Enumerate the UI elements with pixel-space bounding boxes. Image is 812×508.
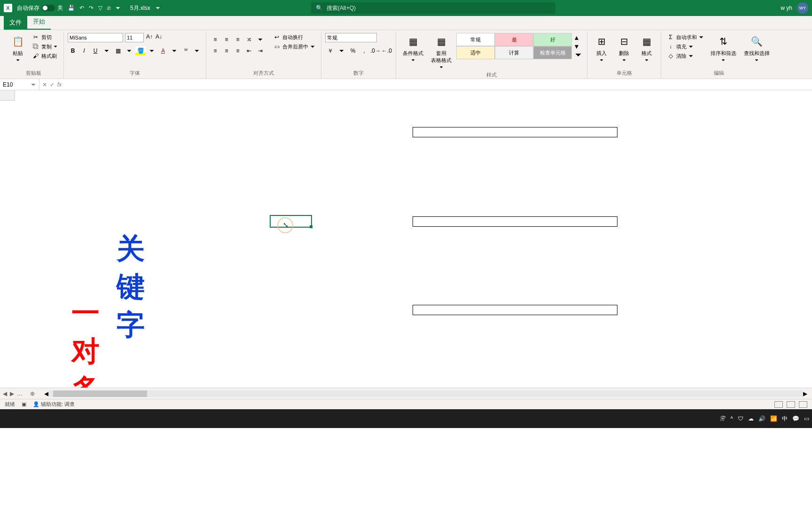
format-icon: ▦ [639,34,654,49]
comma-button[interactable]: , [359,46,369,56]
decrease-font-icon[interactable]: A↓ [155,33,163,40]
touch-icon[interactable]: ⎚ [107,5,110,11]
style-good[interactable]: 好 [533,33,572,46]
format-painter-button[interactable]: 🖌格式刷 [30,52,60,60]
style-bad[interactable]: 差 [495,33,533,46]
align-middle-button[interactable]: ≡ [221,35,232,44]
align-left-button[interactable]: ≡ [210,46,220,56]
table-format-button[interactable]: ▦套用 表格格式⏷ [428,33,454,71]
increase-font-icon[interactable]: A↑ [146,33,153,40]
add-sheet-button[interactable]: ⊕ [25,390,39,397]
tray-wechat-icon[interactable]: 💬 [792,415,799,422]
sheet-nav-next[interactable]: ▶ [10,390,14,397]
h-scrollbar[interactable] [48,390,803,397]
inc-decimal-button[interactable]: .0→ [370,46,381,56]
username[interactable]: w yh [781,5,792,11]
tray-sound-icon[interactable]: 🔊 [758,415,765,422]
avatar[interactable]: WY [797,2,808,14]
redo-icon[interactable]: ↷ [89,5,94,11]
font-size-select[interactable] [125,33,144,42]
filter-icon[interactable]: ▽ [98,5,102,11]
style-gallery-up[interactable]: ▴ [575,33,582,42]
merge-button[interactable]: ▭合并后居中⏷ [271,42,317,51]
note-find [413,216,617,227]
clear-button[interactable]: ◇清除⏷ [665,52,706,60]
title-bar: X 自动保存 关 💾 ↶ ↷ ▽ ⎚ ⏷ 5月.xlsx ⏷ 🔍 搜索(Alt+… [0,0,812,16]
group-label: 样式 [400,71,583,79]
enter-formula-icon[interactable]: ✓ [50,81,55,88]
style-neutral[interactable]: 适中 [456,46,495,59]
autosum-button[interactable]: Σ自动求和⏷ [665,33,706,41]
sort-icon: ⇅ [716,34,731,49]
sheet-nav-prev[interactable]: ◀ [3,390,7,397]
search-icon: 🔍 [316,5,323,11]
currency-button[interactable]: ￥ [325,46,336,56]
copy-button[interactable]: ⿻复制⏷ [30,42,60,51]
excel-icon: X [4,4,12,12]
fx-icon[interactable]: fx [57,81,62,88]
style-normal[interactable]: 常规 [456,33,495,46]
autosave-toggle[interactable]: 自动保存 关 [17,4,63,12]
format-cells-button[interactable]: ▦格式⏷ [636,33,657,64]
tray-ime-icon[interactable]: 中 [782,415,788,423]
tab-开始[interactable]: 开始 [27,15,51,30]
view-pagebreak-button[interactable] [799,401,807,408]
style-gallery-down[interactable]: ▾ [575,42,582,51]
bold-button[interactable]: B [68,46,78,56]
save-icon[interactable]: 💾 [68,5,75,11]
qat-more-icon[interactable]: ⏷ [115,5,121,11]
font-color-button[interactable]: A [158,46,168,56]
name-box[interactable]: E10⏷ [0,79,39,90]
tray-cloud-icon[interactable]: ☁ [748,415,754,422]
align-top-button[interactable]: ≡ [210,35,220,44]
dec-decimal-button[interactable]: ←.0 [382,46,392,56]
number-format-select[interactable] [325,33,377,42]
phonetic-button[interactable]: ᵂ [180,46,191,56]
italic-button[interactable]: I [79,46,89,56]
cut-button[interactable]: ✂剪切 [30,33,60,41]
select-all-corner[interactable] [0,90,15,101]
align-center-button[interactable]: ≡ [221,46,232,56]
undo-icon[interactable]: ↶ [79,5,84,11]
group-label: 剪贴板 [8,69,60,78]
percent-button[interactable]: % [348,46,358,56]
windows-taskbar: ⛈ ^ 🛡 ☁ 🔊 📶 中 💬 ▭ [0,409,812,428]
find-select-button[interactable]: 🔍查找和选择⏷ [741,33,773,64]
tray-weather-icon[interactable]: ⛈ [720,415,726,422]
wrap-text-button[interactable]: ↩自动换行 [271,33,317,41]
conditional-format-button[interactable]: ▦条件格式⏷ [400,33,426,64]
style-gallery-more[interactable]: ⏷ [575,51,582,59]
note-filter [413,127,617,137]
tray-shield-icon[interactable]: 🛡 [738,415,743,422]
cancel-formula-icon[interactable]: ✕ [42,81,47,88]
fill-color-button[interactable]: 🪣 [135,46,146,56]
view-layout-button[interactable] [787,401,795,408]
indent-dec-button[interactable]: ⇤ [244,46,254,56]
sheet-nav-more[interactable]: … [17,390,23,397]
status-rec-icon[interactable]: ▣ [22,401,26,407]
spreadsheet-grid[interactable]: 关键字 一对多查询 ⤡ [0,90,812,388]
underline-button[interactable]: U [90,46,101,56]
orientation-button[interactable]: ⤭ [244,35,254,44]
align-right-button[interactable]: ≡ [233,46,243,56]
font-name-select[interactable] [68,33,123,42]
status-accessibility[interactable]: 👤 辅助功能: 调查 [33,401,75,408]
tab-file[interactable]: 文件 [4,16,27,30]
fill-button[interactable]: ↓填充⏷ [665,42,706,51]
sort-filter-button[interactable]: ⇅排序和筛选⏷ [708,33,739,64]
border-button[interactable]: ▦ [113,46,123,56]
search-box[interactable]: 🔍 搜索(Alt+Q) [311,2,555,14]
insert-cells-button[interactable]: ⊞插入⏷ [591,33,612,64]
style-calc[interactable]: 计算 [495,46,533,59]
tray-wifi-icon[interactable]: 📶 [770,415,777,422]
style-check[interactable]: 检查单元格 [533,46,572,59]
tray-up-icon[interactable]: ^ [730,415,733,422]
paste-button[interactable]: 📋 粘贴⏷ [8,33,28,64]
tray-notify-icon[interactable]: ▭ [804,415,809,422]
view-normal-button[interactable] [774,401,783,408]
delete-cells-button[interactable]: ⊟删除⏷ [614,33,634,64]
indent-inc-button[interactable]: ⇥ [255,46,265,56]
align-bottom-button[interactable]: ≡ [233,35,243,44]
group-label: 编辑 [665,69,773,78]
delete-icon: ⊟ [617,34,632,49]
